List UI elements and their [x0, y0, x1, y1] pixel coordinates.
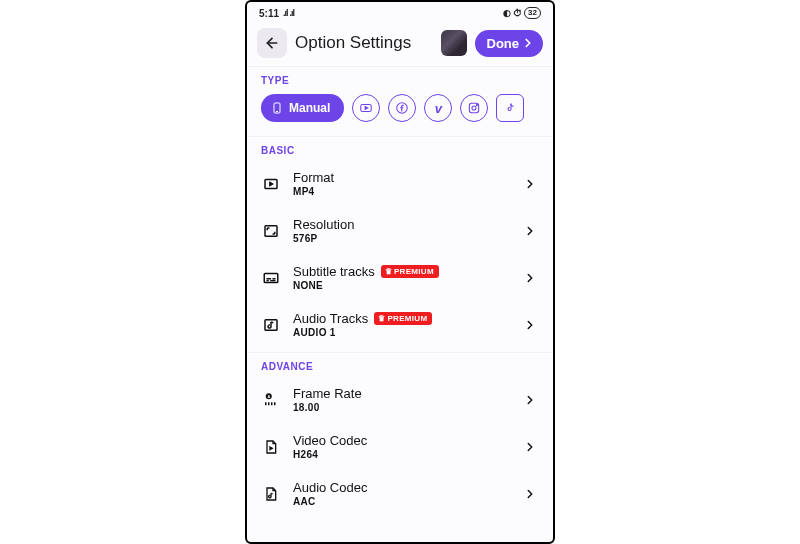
subtitle-icon [261, 268, 281, 288]
row-format[interactable]: Format MP4 [247, 160, 553, 207]
framerate-label: Frame Rate [293, 386, 362, 401]
resolution-value: 576P [293, 233, 511, 244]
row-video-codec[interactable]: Video Codec H264 [247, 423, 553, 470]
phone-icon [271, 100, 283, 116]
row-audio-codec[interactable]: Audio Codec AAC [247, 470, 553, 511]
audiocodec-label: Audio Codec [293, 480, 367, 495]
type-instagram-button[interactable] [460, 94, 488, 122]
videocodec-label: Video Codec [293, 433, 367, 448]
chevron-right-icon [523, 440, 537, 454]
type-row: Manual v [247, 90, 553, 137]
subtitle-value: NONE [293, 280, 511, 291]
resolution-icon [261, 221, 281, 241]
type-tiktok-button[interactable] [496, 94, 524, 122]
media-thumbnail[interactable] [441, 30, 467, 56]
signal-icon-2: .ıl [290, 8, 295, 18]
svg-text:A: A [267, 394, 270, 398]
row-audio-tracks[interactable]: Audio Tracks ♛PREMIUM AUDIO 1 [247, 301, 553, 348]
type-vimeo-button[interactable]: v [424, 94, 452, 122]
instagram-icon [467, 101, 481, 115]
battery-indicator: 32 [524, 7, 541, 19]
vimeo-icon: v [435, 101, 442, 116]
chevron-right-icon [523, 487, 537, 501]
framerate-value: 18.00 [293, 402, 511, 413]
chevron-right-icon [523, 224, 537, 238]
audio-value: AUDIO 1 [293, 327, 511, 338]
crown-icon: ♛ [385, 267, 392, 276]
svg-marker-4 [365, 107, 368, 110]
premium-badge: ♛PREMIUM [381, 265, 439, 278]
page-title: Option Settings [295, 33, 433, 53]
svg-point-7 [472, 106, 476, 110]
chevron-right-icon [521, 36, 535, 50]
section-label-basic: BASIC [247, 137, 553, 160]
chevron-right-icon [523, 393, 537, 407]
done-button-label: Done [487, 36, 520, 51]
time-label: 5:11 [259, 8, 279, 19]
svg-marker-10 [270, 182, 273, 185]
moon-icon: ◐ [503, 8, 511, 18]
section-label-advance: ADVANCE [247, 353, 553, 376]
row-frame-rate[interactable]: A Frame Rate 18.00 [247, 376, 553, 423]
row-subtitle-tracks[interactable]: Subtitle tracks ♛PREMIUM NONE [247, 254, 553, 301]
premium-badge: ♛PREMIUM [374, 312, 432, 325]
type-manual-chip[interactable]: Manual [261, 94, 344, 122]
status-bar: 5:11 .ıl .ıl ◐ ⏱ 32 [247, 2, 553, 24]
type-manual-label: Manual [289, 101, 330, 115]
subtitle-label: Subtitle tracks [293, 264, 375, 279]
audio-codec-icon [261, 484, 281, 504]
section-label-type: TYPE [247, 67, 553, 90]
facebook-icon [395, 101, 409, 115]
format-label: Format [293, 170, 334, 185]
svg-rect-20 [265, 402, 267, 405]
frame-rate-icon: A [261, 390, 281, 410]
audio-label: Audio Tracks [293, 311, 368, 326]
chevron-right-icon [523, 271, 537, 285]
audiocodec-value: AAC [293, 496, 511, 507]
video-codec-icon [261, 437, 281, 457]
crown-icon: ♛ [378, 314, 385, 323]
type-facebook-button[interactable] [388, 94, 416, 122]
done-button[interactable]: Done [475, 30, 544, 57]
header: Option Settings Done [247, 24, 553, 67]
format-icon [261, 174, 281, 194]
format-value: MP4 [293, 186, 511, 197]
type-youtube-button[interactable] [352, 94, 380, 122]
row-resolution[interactable]: Resolution 576P [247, 207, 553, 254]
svg-rect-21 [268, 402, 270, 405]
svg-marker-24 [270, 447, 272, 450]
svg-rect-11 [265, 225, 277, 236]
svg-point-8 [477, 105, 478, 106]
signal-icon: .ıl [283, 8, 288, 18]
chevron-right-icon [523, 318, 537, 332]
resolution-label: Resolution [293, 217, 354, 232]
svg-rect-23 [274, 402, 276, 405]
audio-tracks-icon [261, 315, 281, 335]
phone-frame: 5:11 .ıl .ıl ◐ ⏱ 32 Option Settings Done… [245, 0, 555, 544]
svg-rect-22 [271, 402, 273, 405]
back-button[interactable] [257, 28, 287, 58]
youtube-icon [359, 101, 373, 115]
arrow-left-icon [264, 35, 280, 51]
videocodec-value: H264 [293, 449, 511, 460]
chevron-right-icon [523, 177, 537, 191]
alarm-icon: ⏱ [513, 8, 522, 18]
tiktok-icon [504, 102, 516, 114]
